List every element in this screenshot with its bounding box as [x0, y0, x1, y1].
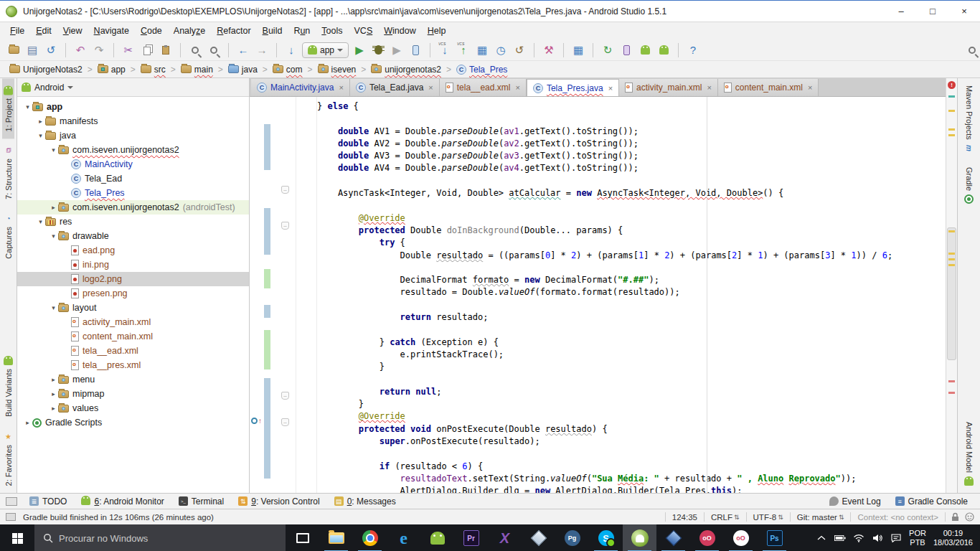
taskbar-android-studio-shortcut-icon[interactable] — [420, 524, 454, 551]
taskbar-skype-icon[interactable]: S — [589, 524, 623, 551]
battery-icon[interactable] — [834, 534, 846, 542]
vcs-update-icon[interactable]: ↓VCS — [437, 42, 453, 58]
tab-close-icon[interactable]: × — [808, 83, 812, 92]
breadcrumb-item-java[interactable]: java — [226, 65, 260, 75]
taskbar-android-studio-icon[interactable] — [623, 524, 656, 551]
taskbar-oo-red-icon[interactable]: oO — [690, 524, 724, 551]
vcs-commit-icon[interactable]: ↑VCS — [456, 42, 471, 58]
menu-help[interactable]: Help — [422, 24, 452, 38]
breadcrumb-item-com[interactable]: com — [270, 65, 305, 75]
tab-close-icon[interactable]: × — [339, 83, 343, 92]
settings-icon[interactable]: ⚒ — [541, 42, 557, 58]
volume-icon[interactable] — [872, 534, 883, 542]
back-icon[interactable]: ← — [235, 42, 251, 58]
code-fold-icon[interactable]: – — [281, 392, 289, 400]
status-segment-git[interactable]: Git: master⇅ — [790, 512, 851, 522]
taskbar-file-explorer-icon[interactable] — [319, 524, 353, 551]
run-configuration-selector[interactable]: app — [302, 42, 349, 58]
tree-item-tela-ead[interactable]: CTela_Ead — [17, 171, 249, 186]
menu-view[interactable]: View — [57, 24, 88, 38]
sdk-manager-icon[interactable] — [656, 42, 672, 58]
menu-analyze[interactable]: Analyze — [168, 24, 211, 38]
breadcrumb-item-app[interactable]: app — [95, 65, 128, 75]
debug-icon[interactable] — [370, 42, 386, 58]
device-monitor-icon[interactable] — [618, 42, 634, 58]
tool-window-button-6-android-monitor[interactable]: 6: Android Monitor — [75, 494, 170, 509]
coverage-icon[interactable]: ▶ — [389, 42, 405, 58]
tree-item-app[interactable]: ▾app — [17, 100, 249, 114]
hector-inspection-icon[interactable] — [965, 512, 974, 522]
scrollbar-thumb[interactable] — [947, 227, 956, 360]
tree-item-content-main-xml[interactable]: content_main.xml — [17, 329, 249, 344]
tab-close-icon[interactable]: × — [515, 83, 519, 92]
menu-refactor[interactable]: Refactor — [211, 24, 256, 38]
taskbar-postgresql-icon[interactable]: Pg — [555, 524, 589, 551]
menu-build[interactable]: Build — [257, 24, 288, 38]
status-segment-crlf[interactable]: CRLF⇅ — [704, 512, 746, 522]
tool-button-2-favorites[interactable]: 2: Favorites★ — [2, 425, 14, 493]
menu-tools[interactable]: Tools — [316, 24, 348, 38]
run-icon[interactable]: ▶ — [352, 42, 367, 58]
start-button[interactable] — [0, 524, 34, 551]
taskbar-oo-white-icon[interactable]: oO — [724, 524, 758, 551]
tree-item-drawable[interactable]: ▾drawable — [17, 229, 249, 243]
menu-file[interactable]: File — [4, 24, 30, 38]
tab-close-icon[interactable]: × — [707, 83, 711, 92]
wifi-icon[interactable] — [853, 534, 864, 542]
close-button[interactable]: × — [948, 1, 980, 22]
tab-close-icon[interactable]: × — [428, 83, 433, 92]
tool-button-captures[interactable]: Captures◔ — [2, 207, 14, 266]
tree-item-menu[interactable]: ▸menu — [17, 372, 249, 387]
tab-tela-pres-java[interactable]: CTela_Pres.java× — [527, 79, 619, 96]
tool-button-gradle[interactable]: Gradle — [963, 160, 975, 211]
taskbar-chrome-icon[interactable] — [353, 524, 387, 551]
rollback-icon[interactable]: ↺ — [512, 42, 527, 58]
clock[interactable]: 00:19 18/03/2016 — [933, 529, 973, 547]
code-editor[interactable]: ––––↑ } else { double AV1 = Double.parse… — [250, 97, 946, 493]
avd-manager-icon[interactable] — [637, 42, 653, 58]
status-segment-utf-8[interactable]: UTF-8⇅ — [746, 512, 790, 522]
tree-item-res[interactable]: ▾res — [17, 215, 249, 229]
breadcrumb-item-iseven[interactable]: iseven — [316, 65, 359, 75]
project-structure-icon[interactable]: ▦ — [570, 42, 586, 58]
gradle-sync-icon[interactable]: ↻ — [600, 42, 616, 58]
status-segment-context[interactable]: Context: <no context> — [850, 512, 945, 522]
tool-window-button-event-log[interactable]: Event Log — [823, 494, 887, 509]
code-fold-icon[interactable]: – — [281, 186, 289, 194]
breadcrumb-item-main[interactable]: main — [179, 65, 215, 75]
tool-button-android-model[interactable]: Android Model — [963, 415, 975, 493]
status-segment-124[interactable]: 124:35 — [665, 512, 704, 522]
taskbar-cube-app-icon[interactable] — [522, 524, 555, 551]
tree-item-manifests[interactable]: ▸manifests — [17, 114, 249, 128]
menu-window[interactable]: Window — [378, 24, 421, 38]
error-stripe-scrollbar[interactable]: ! — [946, 78, 957, 493]
tree-item-java[interactable]: ▾java — [17, 128, 249, 143]
tool-button-build-variants[interactable]: Build Variants — [2, 349, 14, 424]
tree-item-gradle-scripts[interactable]: ▸Gradle Scripts — [17, 415, 249, 430]
forward-icon[interactable]: → — [254, 42, 270, 58]
tree-item-activity-main-xml[interactable]: activity_main.xml — [17, 315, 249, 329]
tree-item-ead-png[interactable]: ead.png — [17, 243, 249, 258]
cut-icon[interactable]: ✂ — [121, 42, 136, 58]
tree-item-ini-png[interactable]: ini.png — [17, 258, 249, 272]
help-icon[interactable]: ? — [685, 42, 701, 58]
menu-vcs[interactable]: VCS — [349, 24, 379, 38]
tree-item-presen-png[interactable]: presen.png — [17, 286, 249, 301]
tool-window-toggle-icon[interactable] — [6, 513, 16, 521]
maximize-button[interactable]: □ — [917, 1, 948, 22]
tool-window-button-9-version-control[interactable]: ⇅9: Version Control — [232, 494, 326, 509]
redo-icon[interactable]: ↷ — [91, 42, 107, 58]
code-fold-icon[interactable]: – — [281, 222, 289, 230]
action-center-icon[interactable] — [890, 534, 902, 542]
tree-item-tela-ead-xml[interactable]: tela__ead.xml — [17, 344, 249, 358]
taskbar-visual-studio-icon[interactable]: X — [488, 524, 522, 551]
tab-close-icon[interactable]: × — [608, 84, 613, 93]
menu-navigate[interactable]: Navigate — [88, 24, 135, 38]
vcs-history-icon[interactable]: ▦ — [474, 42, 490, 58]
tree-item-mainactivity[interactable]: CMainActivity — [17, 157, 249, 171]
save-icon[interactable]: ▤ — [24, 42, 40, 58]
code-fold-icon[interactable]: – — [281, 418, 289, 426]
sync-icon[interactable]: ↺ — [43, 42, 59, 58]
undo-icon[interactable]: ↶ — [72, 42, 88, 58]
tree-item-tela-pres-xml[interactable]: tela__pres.xml — [17, 358, 249, 372]
